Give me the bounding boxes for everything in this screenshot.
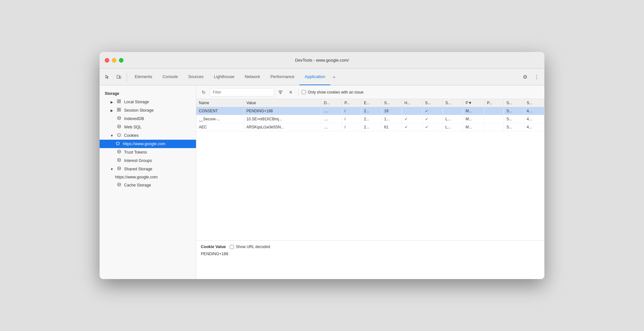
sidebar-item-cache-storage[interactable]: ▶ Cache Storage (100, 181, 196, 189)
col-header-expires[interactable]: E... (361, 99, 381, 107)
cell-priority: M... (463, 115, 484, 123)
cell-samesite: L... (443, 123, 463, 131)
device-toggle-button[interactable] (114, 72, 124, 82)
col-header-path[interactable]: P... (342, 99, 361, 107)
svg-point-22 (118, 158, 121, 160)
cookies-tbody: CONSENTPENDING+188..../2...18✓M...S...4.… (196, 107, 544, 131)
col-header-http[interactable]: H... (402, 99, 422, 107)
svg-point-14 (119, 134, 120, 135)
filter-options-button[interactable] (276, 88, 285, 96)
tab-sources[interactable]: Sources (183, 69, 209, 85)
sidebar: Storage ▶ Local Storage ▶ Session Storag… (100, 85, 196, 279)
sidebar-item-indexeddb[interactable]: ▶ IndexedDB (100, 115, 196, 123)
col-header-sourceport[interactable]: S... (524, 99, 544, 107)
cell-path: / (342, 107, 361, 115)
svg-point-19 (118, 142, 119, 143)
sidebar-item-session-storage[interactable]: ▶ Session Storage (100, 106, 196, 115)
sidebar-item-cookies[interactable]: ▼ Cookies (100, 131, 196, 140)
col-header-priority[interactable]: P▼ (463, 99, 484, 107)
web-sql-label: Web SQL (124, 125, 141, 129)
maximize-button[interactable] (119, 58, 123, 63)
col-header-source[interactable]: S... (504, 99, 524, 107)
svg-rect-3 (119, 100, 121, 101)
sidebar-item-cookies-url[interactable]: https://www.google.com (100, 140, 196, 148)
svg-point-16 (118, 135, 118, 136)
sidebar-item-trust-tokens[interactable]: ▶ Trust Tokens (100, 148, 196, 156)
db-icon (116, 116, 122, 121)
cell-samesite: L... (443, 115, 463, 123)
local-storage-label: Local Storage (124, 100, 149, 104)
col-header-name[interactable]: Name (196, 99, 244, 107)
table-row[interactable]: __Secure-...10.SE=nt91XCBmj......./2...1… (196, 115, 544, 123)
grid-icon (116, 108, 122, 113)
sidebar-item-shared-storage-url[interactable]: https://www.google.com (100, 173, 196, 181)
svg-rect-4 (117, 102, 119, 103)
cell-domain: .... (321, 107, 342, 115)
interest-groups-label: Interest Groups (124, 158, 152, 163)
col-header-size[interactable]: S... (381, 99, 402, 107)
cursor-icon-button[interactable] (102, 72, 112, 82)
tab-console[interactable]: Console (157, 69, 183, 85)
svg-rect-1 (120, 76, 121, 78)
session-storage-label: Session Storage (124, 108, 154, 113)
cell-priority: M... (463, 107, 484, 115)
svg-rect-0 (117, 75, 119, 78)
more-options-button[interactable]: ⋮ (532, 72, 542, 82)
show-url-decoded-label[interactable]: Show URL decoded (230, 245, 270, 249)
cell-sourceport: 4... (524, 115, 544, 123)
col-header-domain[interactable]: D... (321, 99, 342, 107)
only-issues-checkbox-label[interactable]: Only show cookies with an issue (302, 90, 364, 95)
cookie-value-title: Cookie Value (201, 245, 226, 249)
col-header-value[interactable]: Value (244, 99, 321, 107)
svg-point-15 (119, 135, 120, 136)
sidebar-item-web-sql[interactable]: ▶ Web SQL (100, 123, 196, 131)
tab-elements[interactable]: Elements (130, 69, 157, 85)
tab-list: Elements Console Sources Lighthouse Netw… (130, 69, 338, 85)
col-header-partition[interactable]: P... (484, 99, 504, 107)
col-header-samesite[interactable]: S... (443, 99, 463, 107)
filter-input[interactable] (210, 88, 274, 96)
cell-path: / (342, 115, 361, 123)
cookies-label: Cookies (124, 133, 139, 138)
sidebar-item-interest-groups[interactable]: ▶ Interest Groups (100, 156, 196, 165)
tab-lighthouse[interactable]: Lighthouse (209, 69, 240, 85)
tab-network[interactable]: Network (239, 69, 265, 85)
refresh-button[interactable]: ↻ (200, 88, 208, 96)
cell-secure: ✓ (422, 123, 443, 131)
clear-filter-button[interactable]: ✕ (287, 88, 295, 96)
svg-rect-2 (117, 100, 119, 101)
cell-name: AEC (196, 123, 244, 131)
sidebar-item-shared-storage[interactable]: ▼ Shared Storage (100, 165, 196, 173)
svg-rect-6 (117, 108, 119, 109)
close-button[interactable] (105, 58, 109, 63)
cell-name: CONSENT (196, 107, 244, 115)
cell-partition (484, 115, 504, 123)
svg-rect-9 (119, 110, 121, 111)
col-header-secure[interactable]: S... (422, 99, 443, 107)
tab-performance[interactable]: Performance (265, 69, 299, 85)
tab-application[interactable]: Application (299, 69, 330, 85)
cookies-table: Name Value D... P... E... S... H... S...… (196, 99, 544, 131)
db-icon (116, 158, 122, 163)
minimize-button[interactable] (112, 58, 116, 63)
table-row[interactable]: CONSENTPENDING+188..../2...18✓M...S...4.… (196, 107, 544, 115)
db-icon (116, 183, 122, 188)
db-icon (116, 150, 122, 155)
more-tabs-button[interactable]: » (330, 69, 338, 85)
filter-settings-icon (278, 90, 283, 95)
svg-rect-8 (117, 110, 119, 111)
svg-point-11 (118, 125, 121, 126)
show-url-decoded-checkbox[interactable] (230, 245, 234, 249)
table-row[interactable]: AECARSKqsLi1w3e5SN......./2...61✓✓L...M.… (196, 123, 544, 131)
svg-point-21 (118, 150, 121, 151)
svg-point-24 (118, 183, 121, 184)
cell-size: 61 (381, 123, 402, 131)
cell-expires: 2... (361, 115, 381, 123)
cell-sourceport: 4... (524, 123, 544, 131)
sidebar-item-local-storage[interactable]: ▶ Local Storage (100, 98, 196, 106)
cell-source: S... (504, 115, 524, 123)
settings-button[interactable]: ⚙ (520, 72, 530, 82)
only-issues-checkbox[interactable] (302, 90, 306, 94)
svg-point-13 (118, 134, 119, 135)
cell-partition (484, 107, 504, 115)
